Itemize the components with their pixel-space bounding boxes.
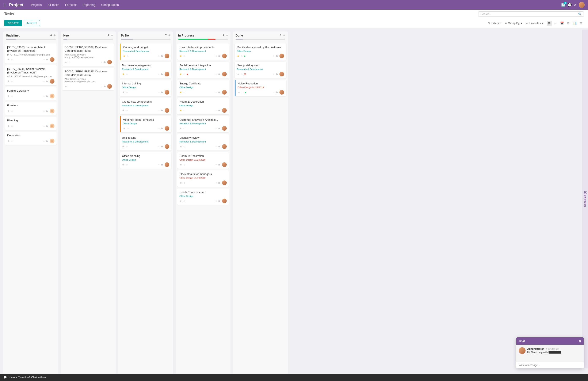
chat-close-button[interactable]: ✕ [579, 339, 581, 343]
nav-projects[interactable]: Projects [28, 2, 44, 7]
star-icon[interactable]: ★ [64, 60, 67, 64]
circle-icon[interactable]: ○ [242, 90, 243, 94]
star-icon[interactable]: ★ [237, 72, 240, 76]
star-icon[interactable]: ★ [179, 145, 182, 148]
circle-icon[interactable]: ○ [127, 127, 128, 130]
task-card[interactable]: Social network integration Research & De… [177, 62, 229, 78]
import-button[interactable]: IMPORT [24, 20, 40, 26]
circle-icon[interactable]: ○ [183, 109, 185, 112]
task-card[interactable]: [SERV_89665] Junior Architect (Invoice o… [5, 43, 57, 64]
chart-view-icon[interactable]: 📊 [572, 21, 578, 26]
star-icon[interactable]: ★ [7, 80, 10, 83]
task-card[interactable]: Unit Testing Research & Development ★ ○ … [120, 134, 171, 150]
star-icon[interactable]: ★ [179, 181, 182, 185]
task-card[interactable]: Planning and budget Research & Developme… [120, 43, 171, 60]
task-card[interactable]: Furniture Delivery ★ ○ ○ 🖿 ☺ [5, 87, 57, 100]
nav-reporting[interactable]: Reporting [80, 2, 98, 7]
star-icon[interactable]: ★ [179, 90, 182, 94]
task-card[interactable]: SO036: [SERV_585189] Customer Care (Prep… [63, 68, 114, 90]
calendar-view-icon[interactable]: 📅 [559, 21, 565, 26]
circle-icon[interactable]: ○ [126, 72, 128, 76]
star-icon[interactable]: ★ [122, 109, 125, 112]
circle-icon[interactable]: ○ [126, 90, 128, 94]
star-icon[interactable]: ★ [123, 54, 126, 58]
star-icon[interactable]: ★ [64, 85, 67, 88]
task-card[interactable]: Modifications asked by the customer Offi… [235, 43, 286, 60]
circle-icon[interactable]: ○ [126, 163, 128, 166]
circle-icon[interactable]: ○ [11, 139, 13, 143]
circle-icon[interactable]: ○ [183, 127, 185, 130]
star-icon[interactable]: ★ [179, 54, 182, 58]
task-card[interactable]: Planning ★ ○ ○ 🖿 ☺ [5, 117, 57, 130]
task-card[interactable]: Lunch Room: kitchen Office Design ★ ○ ○ … [177, 189, 229, 205]
task-card[interactable]: Customer analysis + Architect... Researc… [177, 116, 229, 132]
circle-icon[interactable]: ○ [11, 109, 13, 113]
filters-button[interactable]: ▽ Filters ▾ [488, 21, 502, 25]
circle-icon[interactable]: ○ [183, 72, 185, 76]
star-icon[interactable]: ★ [179, 163, 182, 166]
star-icon[interactable]: ★ [7, 124, 10, 128]
star-icon[interactable]: ★ [179, 127, 182, 130]
task-card[interactable]: Internal training Office Design ★ ○ ○ 🖿 [120, 80, 171, 96]
star-icon[interactable]: ★ [122, 163, 125, 166]
task-card[interactable]: Useablity review Research & Development … [177, 134, 229, 150]
task-card[interactable]: Furniture ★ ○ ○ 🖿 ☺ [5, 102, 57, 115]
circle-icon[interactable]: ○ [183, 54, 185, 58]
circle-icon[interactable]: ○ [241, 72, 243, 76]
star-icon[interactable]: ★ [122, 72, 125, 76]
circle-icon[interactable]: ○ [11, 80, 13, 83]
task-card[interactable]: Energy Certificate Office Design ★ ○ ○ 🖿 [177, 80, 229, 96]
task-card[interactable]: Room 2: Decoration Office Design ★ ○ ○ 🖿 [177, 98, 229, 114]
col-add-todo[interactable]: + [168, 34, 170, 37]
circle-icon[interactable]: ○ [69, 60, 70, 64]
star-icon[interactable]: ★ [123, 127, 126, 130]
circle-icon[interactable]: ○ [69, 85, 70, 88]
col-add-undefined[interactable]: + [53, 34, 56, 37]
task-card[interactable]: New portal system Research & Development… [235, 62, 286, 78]
nav-forecast[interactable]: Forecast [63, 2, 79, 7]
circle-icon[interactable]: ○ [183, 181, 185, 185]
circle-icon[interactable]: ○ [11, 124, 13, 128]
star-icon[interactable]: ★ [179, 199, 182, 203]
circle-icon[interactable]: ○ [11, 58, 13, 61]
nav-configuration[interactable]: Configuration [99, 2, 121, 7]
star-icon[interactable]: ★ [179, 109, 182, 112]
task-card[interactable]: Black Chairs for managers Office Design … [177, 170, 229, 187]
circle-icon[interactable]: ○ [11, 94, 13, 98]
task-card[interactable]: Meeting Room Furnitures Office Design ★ … [120, 116, 171, 132]
search-input[interactable] [481, 12, 578, 16]
star-icon[interactable]: ★ [179, 72, 182, 76]
circle-icon[interactable]: ○ [183, 145, 185, 148]
star-icon[interactable]: ★ [122, 90, 125, 94]
nav-all-tasks[interactable]: All Tasks [45, 2, 62, 7]
bottom-bar[interactable]: 💬 Have a Question? Chat with us. [0, 374, 588, 380]
updates-icon[interactable]: 🔄 8 [561, 3, 566, 7]
task-card[interactable]: Room 1: Decoration Office Design 01/28/2… [177, 152, 229, 169]
task-card[interactable]: Decoration ★ ○ ○ 🖿 ☺ [5, 132, 57, 145]
favorites-button[interactable]: ★ Favorites ▾ [526, 21, 544, 25]
user-avatar[interactable] [579, 2, 585, 8]
apps-icon[interactable]: ⊞ [3, 2, 6, 7]
close-icon[interactable]: ✕ [574, 3, 577, 7]
col-add-inprogress[interactable]: + [226, 34, 228, 37]
cancelled-column[interactable]: Cancelled (1) [582, 30, 588, 368]
star-icon[interactable]: ★ [122, 145, 125, 148]
task-card[interactable]: [SERV_89744] Senior Architect (Invoice o… [5, 65, 57, 85]
create-button[interactable]: CREATE [4, 20, 22, 26]
col-add-new[interactable]: + [111, 34, 113, 37]
star-icon[interactable]: ★ [7, 109, 10, 113]
star-icon[interactable]: ★ [7, 139, 10, 143]
star-icon[interactable]: ★ [237, 54, 240, 58]
circle-icon[interactable]: ○ [126, 145, 128, 148]
table-view-icon[interactable]: ⊟ [566, 21, 571, 26]
task-card[interactable]: SO037: [SERV_585189] Customer Care (Prep… [63, 43, 114, 66]
star-icon[interactable]: ★ [7, 58, 10, 61]
circle-icon[interactable]: ○ [183, 199, 185, 203]
col-add-done[interactable]: + [283, 34, 285, 37]
task-card[interactable]: Create new components Research & Develop… [120, 98, 171, 114]
groupby-button[interactable]: ≡ Group By ▾ [505, 21, 522, 25]
task-card[interactable]: User interface improvements Research & D… [177, 43, 229, 60]
list-view-icon[interactable]: ☰ [553, 21, 558, 26]
chat-icon[interactable]: 💬 [567, 3, 572, 7]
circle-icon[interactable]: ○ [126, 109, 128, 112]
